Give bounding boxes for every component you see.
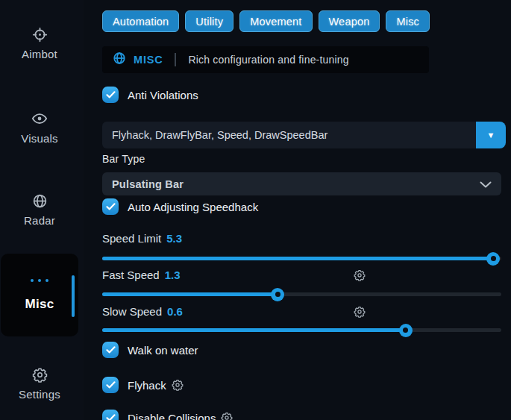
dropdown-triangle-icon: ▼ (487, 131, 495, 140)
section-subtitle: Rich configuration and fine-tuning (188, 54, 348, 66)
sidebar-item-aimbot[interactable]: Aimbot (0, 27, 79, 60)
bar-flags-multiselect: Flyhack, DrawFlyBar, Speed, DrawSpeedBar… (102, 122, 506, 148)
flyhack-row: Flyhack (102, 377, 184, 393)
auto-adjusting-checkbox[interactable] (102, 198, 119, 215)
anti-violations-row: Anti Violations (102, 87, 198, 103)
slider-handle[interactable] (486, 252, 500, 266)
tab-movement[interactable]: Movement (239, 10, 312, 32)
fast-speed-gear-icon[interactable] (354, 269, 366, 281)
tab-misc[interactable]: Misc (386, 10, 430, 32)
main-content: Automation Utility Movement Weapon Misc … (102, 0, 506, 420)
disable-collisions-label: Disable Collisions (128, 412, 216, 420)
sidebar-item-misc[interactable]: Misc (1, 254, 78, 336)
speed-limit-label: Speed Limit 5.3 (102, 232, 182, 245)
anti-violations-label: Anti Violations (128, 89, 198, 101)
crosshair-icon (32, 27, 48, 43)
slider-fill (102, 292, 278, 296)
slow-speed-slider[interactable] (102, 328, 501, 332)
fast-speed-slider[interactable] (102, 292, 501, 296)
bar-type-value: Pulsating Bar (112, 178, 184, 190)
auto-adjusting-row: Auto Adjusting Speedhack (102, 198, 258, 215)
bar-flags-dropdown-button[interactable]: ▼ (476, 122, 506, 148)
auto-adjusting-label: Auto Adjusting Speedhack (128, 201, 258, 213)
gear-icon (32, 367, 48, 383)
checkmark-icon (106, 346, 116, 354)
checkmark-icon (106, 203, 116, 210)
slider-fill (102, 257, 493, 260)
speed-limit-value: 5.3 (166, 232, 182, 245)
sidebar-item-label: Settings (19, 388, 60, 401)
section-title: MISC (134, 54, 163, 66)
ellipsis-icon (1, 279, 78, 282)
sidebar-item-label: Misc (1, 297, 78, 312)
active-indicator (72, 275, 75, 317)
checkmark-icon (106, 91, 116, 98)
sidebar-item-radar[interactable]: Radar (0, 193, 79, 227)
fast-speed-label: Fast Speed 1.3 (102, 269, 181, 281)
bar-flags-value[interactable]: Flyhack, DrawFlyBar, Speed, DrawSpeedBar (102, 122, 476, 148)
chevron-down-icon (480, 178, 492, 191)
flyhack-gear-icon[interactable] (172, 379, 184, 391)
section-header: MISC Rich configuration and fine-tuning (102, 46, 429, 73)
sidebar-item-label: Radar (24, 214, 55, 227)
tab-automation[interactable]: Automation (102, 10, 179, 32)
globe-icon (113, 51, 126, 68)
slider-fill (102, 328, 406, 332)
bar-type-select[interactable]: Pulsating Bar (102, 172, 501, 195)
sidebar-item-visuals[interactable]: Visuals (0, 110, 79, 145)
walk-on-water-checkbox[interactable] (102, 342, 119, 358)
sidebar-item-label: Visuals (21, 132, 57, 145)
disable-collisions-row: Disable Collisions (102, 410, 233, 420)
tab-utility[interactable]: Utility (185, 10, 233, 32)
speed-limit-slider[interactable] (102, 257, 501, 260)
slow-speed-value: 0.6 (167, 305, 183, 318)
eye-icon (31, 110, 48, 127)
disable-collisions-checkbox[interactable] (102, 410, 119, 420)
slow-speed-label: Slow Speed 0.6 (102, 305, 183, 318)
slow-speed-gear-icon[interactable] (354, 306, 366, 318)
disable-collisions-gear-icon[interactable] (221, 412, 233, 420)
anti-violations-checkbox[interactable] (102, 87, 119, 103)
header-divider (175, 53, 176, 66)
checkmark-icon (106, 414, 116, 420)
slider-handle[interactable] (399, 324, 413, 337)
checkmark-icon (106, 381, 116, 389)
globe-icon (32, 193, 48, 209)
sidebar: Aimbot Visuals Radar Misc (0, 0, 84, 420)
sidebar-item-label: Aimbot (22, 48, 57, 60)
tab-weapon[interactable]: Weapon (319, 10, 380, 32)
slider-handle[interactable] (271, 288, 284, 301)
walk-on-water-label: Walk on water (128, 344, 198, 357)
fast-speed-value: 1.3 (165, 269, 181, 281)
bar-type-label: Bar Type (102, 153, 145, 165)
walk-on-water-row: Walk on water (102, 342, 198, 358)
sidebar-item-settings[interactable]: Settings (0, 367, 79, 401)
category-tabs: Automation Utility Movement Weapon Misc (102, 10, 430, 32)
flyhack-label: Flyhack (128, 379, 166, 392)
flyhack-checkbox[interactable] (102, 377, 119, 393)
